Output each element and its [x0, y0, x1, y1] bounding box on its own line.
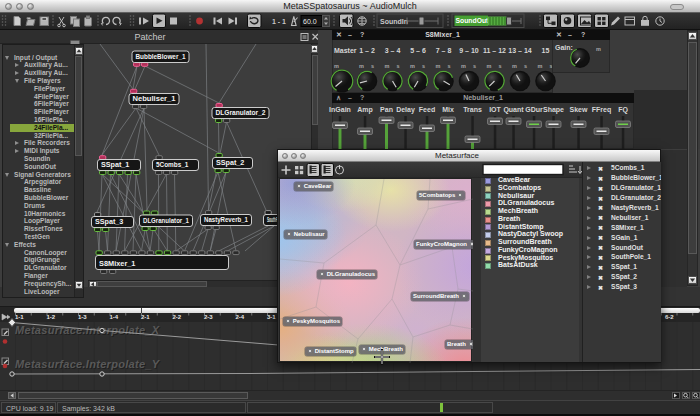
svg-text:SSpat_2: SSpat_2	[216, 159, 245, 167]
svg-text:SoundIn: SoundIn	[380, 18, 408, 25]
svg-text:DLGranulator_2: DLGranulator_2	[216, 109, 266, 116]
svg-text:1 - 1: 1 - 1	[272, 18, 286, 25]
svg-text:S8Mixer_1: S8Mixer_1	[99, 260, 136, 267]
svg-text:DLGranulator_1: DLGranulator_1	[143, 217, 189, 224]
svg-text:NastyReverb_1: NastyReverb_1	[204, 216, 248, 224]
svg-text:5Combs_1: 5Combs_1	[156, 161, 189, 168]
svg-text:SSpat_1: SSpat_1	[101, 161, 130, 169]
svg-text:SoundOut: SoundOut	[456, 17, 490, 24]
svg-text:60.0: 60.0	[303, 18, 317, 25]
svg-text:Nebuliser_1: Nebuliser_1	[133, 95, 176, 102]
svg-text:BubbleBlower_1: BubbleBlower_1	[136, 53, 186, 60]
svg-text:SSpat_3: SSpat_3	[95, 218, 124, 226]
